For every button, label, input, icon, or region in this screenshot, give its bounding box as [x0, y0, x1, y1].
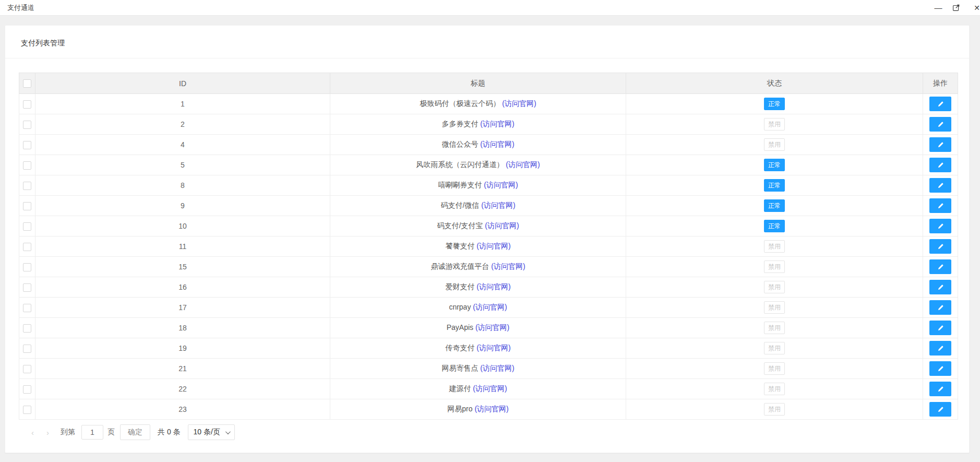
row-checkbox[interactable] — [23, 161, 31, 170]
row-checkbox[interactable] — [23, 182, 31, 190]
status-badge[interactable]: 禁用 — [764, 260, 785, 273]
row-id: 23 — [35, 399, 330, 420]
row-action-cell — [923, 359, 958, 379]
table-row: 10码支付/支付宝 (访问官网)正常 — [19, 216, 958, 236]
row-checkbox[interactable] — [23, 121, 31, 129]
edit-button[interactable] — [929, 259, 951, 274]
edit-button[interactable] — [929, 97, 951, 111]
row-checkbox[interactable] — [23, 243, 31, 251]
row-checkbox[interactable] — [23, 304, 31, 312]
next-page-icon[interactable]: › — [40, 428, 55, 437]
row-select-cell — [19, 114, 35, 135]
official-site-link[interactable]: (访问官网) — [506, 160, 540, 169]
status-badge[interactable]: 禁用 — [764, 322, 785, 334]
maximize-icon[interactable] — [952, 4, 960, 12]
row-select-cell — [19, 94, 35, 114]
pencil-icon — [937, 284, 944, 291]
row-action-cell — [923, 216, 958, 236]
status-badge[interactable]: 正常 — [764, 98, 785, 110]
status-badge[interactable]: 禁用 — [764, 403, 785, 416]
row-checkbox[interactable] — [23, 385, 31, 394]
row-select-cell — [19, 257, 35, 277]
table-row: 11饕餮支付 (访问官网)禁用 — [19, 236, 958, 257]
official-site-link[interactable]: (访问官网) — [480, 364, 514, 372]
official-site-link[interactable]: (访问官网) — [476, 282, 510, 291]
minimize-icon[interactable]: — — [934, 4, 942, 12]
status-badge[interactable]: 正常 — [764, 220, 785, 232]
row-status-cell: 禁用 — [626, 318, 923, 338]
status-badge[interactable]: 禁用 — [764, 240, 785, 253]
row-checkbox[interactable] — [23, 406, 31, 414]
row-checkbox[interactable] — [23, 283, 31, 292]
prev-page-icon[interactable]: ‹ — [25, 428, 40, 437]
pencil-icon — [937, 345, 944, 352]
row-title-cell: 建源付 (访问官网) — [330, 379, 626, 399]
status-badge[interactable]: 正常 — [764, 159, 785, 171]
official-site-link[interactable]: (访问官网) — [476, 343, 510, 352]
official-site-link[interactable]: (访问官网) — [473, 303, 507, 311]
close-icon[interactable]: ✕ — [973, 4, 980, 12]
edit-button[interactable] — [929, 178, 951, 193]
status-badge[interactable]: 禁用 — [764, 342, 785, 354]
row-status-cell: 正常 — [626, 216, 923, 236]
row-checkbox[interactable] — [23, 222, 31, 231]
official-site-link[interactable]: (访问官网) — [473, 384, 507, 393]
confirm-page-button[interactable]: 确定 — [120, 424, 150, 440]
official-site-link[interactable]: (访问官网) — [481, 201, 515, 209]
edit-button[interactable] — [929, 361, 951, 376]
edit-button[interactable] — [929, 137, 951, 152]
page-title: 支付列表管理 — [5, 26, 969, 58]
official-site-link[interactable]: (访问官网) — [475, 323, 509, 331]
edit-button[interactable] — [929, 382, 951, 396]
edit-button[interactable] — [929, 219, 951, 233]
row-status-cell: 禁用 — [626, 298, 923, 318]
official-site-link[interactable]: (访问官网) — [474, 405, 508, 413]
official-site-link[interactable]: (访问官网) — [476, 242, 510, 250]
row-action-cell — [923, 175, 958, 196]
row-checkbox[interactable] — [23, 324, 31, 333]
row-title-cell: 风吹雨系统（云闪付通道） (访问官网) — [330, 155, 626, 175]
select-all-checkbox[interactable] — [23, 79, 31, 88]
official-site-link[interactable]: (访问官网) — [484, 181, 518, 189]
row-id: 22 — [35, 379, 330, 399]
official-site-link[interactable]: (访问官网) — [485, 221, 519, 230]
official-site-link[interactable]: (访问官网) — [480, 120, 514, 128]
row-title-cell: 网易寄售点 (访问官网) — [330, 359, 626, 379]
edit-button[interactable] — [929, 321, 951, 335]
table-row: 22建源付 (访问官网)禁用 — [19, 379, 958, 399]
row-title: 极致码付（极速云个码） — [420, 99, 500, 108]
edit-button[interactable] — [929, 280, 951, 294]
edit-button[interactable] — [929, 402, 951, 417]
payment-table: ID 标题 状态 操作 1极致码付（极速云个码） (访问官网)正常2多多券支付 … — [19, 73, 958, 420]
status-badge[interactable]: 禁用 — [764, 118, 785, 131]
row-checkbox[interactable] — [23, 202, 31, 210]
status-badge[interactable]: 禁用 — [764, 383, 785, 395]
edit-button[interactable] — [929, 158, 951, 172]
row-checkbox[interactable] — [23, 100, 31, 109]
row-checkbox[interactable] — [23, 345, 31, 353]
status-badge[interactable]: 禁用 — [764, 138, 785, 151]
edit-button[interactable] — [929, 341, 951, 356]
row-checkbox[interactable] — [23, 141, 31, 149]
status-badge[interactable]: 禁用 — [764, 281, 785, 293]
status-badge[interactable]: 禁用 — [764, 301, 785, 314]
row-checkbox[interactable] — [23, 263, 31, 271]
edit-button[interactable] — [929, 239, 951, 254]
per-page-select[interactable]: 10 条/页 — [188, 424, 235, 440]
edit-button[interactable] — [929, 117, 951, 132]
edit-button[interactable] — [929, 300, 951, 315]
status-badge[interactable]: 正常 — [764, 179, 785, 192]
edit-button[interactable] — [929, 198, 951, 213]
official-site-link[interactable]: (访问官网) — [491, 262, 525, 270]
window-controls: — ✕ — [934, 4, 978, 12]
status-badge[interactable]: 正常 — [764, 199, 785, 212]
window-title: 支付通道 — [7, 3, 34, 13]
status-badge[interactable]: 禁用 — [764, 362, 785, 375]
row-status-cell: 禁用 — [626, 114, 923, 135]
row-select-cell — [19, 216, 35, 236]
official-site-link[interactable]: (访问官网) — [502, 99, 536, 108]
table-row: 18PayApis (访问官网)禁用 — [19, 318, 958, 338]
page-number-input[interactable] — [81, 425, 103, 440]
row-checkbox[interactable] — [23, 365, 31, 373]
official-site-link[interactable]: (访问官网) — [480, 140, 514, 148]
